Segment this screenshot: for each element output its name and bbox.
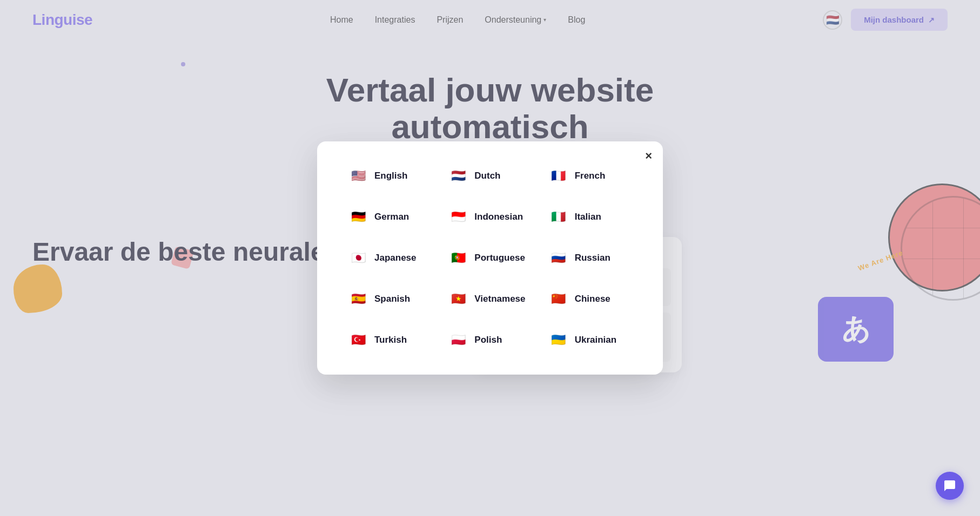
flag-vietnamese: 🇻🇳: [448, 289, 468, 309]
modal-close-button[interactable]: ×: [645, 150, 652, 162]
lang-item-japanese[interactable]: 🇯🇵 Japanese: [344, 245, 435, 271]
lang-item-ukrainian[interactable]: 🇺🇦 Ukrainian: [545, 327, 636, 353]
flag-french: 🇫🇷: [549, 166, 568, 186]
lang-name-german: German: [374, 212, 409, 222]
lang-item-french[interactable]: 🇫🇷 French: [545, 163, 636, 189]
flag-english: 🇺🇸: [348, 166, 368, 186]
lang-item-dutch[interactable]: 🇳🇱 Dutch: [444, 163, 535, 189]
flag-japanese: 🇯🇵: [348, 248, 368, 268]
lang-item-turkish[interactable]: 🇹🇷 Turkish: [344, 327, 435, 353]
lang-name-vietnamese: Vietnamese: [474, 294, 525, 304]
flag-spanish: 🇪🇸: [348, 289, 368, 309]
lang-item-english[interactable]: 🇺🇸 English: [344, 163, 435, 189]
lang-item-spanish[interactable]: 🇪🇸 Spanish: [344, 286, 435, 312]
chat-icon: [943, 479, 956, 492]
lang-name-ukrainian: Ukrainian: [575, 335, 616, 345]
language-grid: 🇺🇸 English 🇳🇱 Dutch 🇫🇷 French 🇩🇪 German …: [344, 163, 636, 353]
lang-item-chinese[interactable]: 🇨🇳 Chinese: [545, 286, 636, 312]
lang-name-polish: Polish: [474, 335, 502, 345]
lang-name-spanish: Spanish: [374, 294, 410, 304]
lang-name-italian: Italian: [575, 212, 601, 222]
lang-name-japanese: Japanese: [374, 253, 417, 263]
lang-name-russian: Russian: [575, 253, 610, 263]
flag-german: 🇩🇪: [348, 207, 368, 227]
language-modal: × 🇺🇸 English 🇳🇱 Dutch 🇫🇷 French 🇩🇪 Germa…: [317, 141, 663, 375]
lang-item-german[interactable]: 🇩🇪 German: [344, 204, 435, 230]
lang-name-english: English: [374, 171, 407, 181]
flag-dutch: 🇳🇱: [448, 166, 468, 186]
chat-bubble[interactable]: [936, 472, 964, 500]
flag-russian: 🇷🇺: [549, 248, 568, 268]
modal-overlay[interactable]: × 🇺🇸 English 🇳🇱 Dutch 🇫🇷 French 🇩🇪 Germa…: [0, 0, 980, 516]
lang-item-russian[interactable]: 🇷🇺 Russian: [545, 245, 636, 271]
lang-name-portuguese: Portuguese: [474, 253, 525, 263]
flag-chinese: 🇨🇳: [549, 289, 568, 309]
lang-item-polish[interactable]: 🇵🇱 Polish: [444, 327, 535, 353]
flag-polish: 🇵🇱: [448, 330, 468, 350]
lang-name-french: French: [575, 171, 606, 181]
flag-turkish: 🇹🇷: [348, 330, 368, 350]
flag-ukrainian: 🇺🇦: [549, 330, 568, 350]
lang-name-turkish: Turkish: [374, 335, 407, 345]
lang-name-chinese: Chinese: [575, 294, 610, 304]
lang-item-vietnamese[interactable]: 🇻🇳 Vietnamese: [444, 286, 535, 312]
lang-item-portuguese[interactable]: 🇵🇹 Portuguese: [444, 245, 535, 271]
flag-italian: 🇮🇹: [549, 207, 568, 227]
lang-name-indonesian: Indonesian: [474, 212, 523, 222]
lang-item-indonesian[interactable]: 🇮🇩 Indonesian: [444, 204, 535, 230]
lang-name-dutch: Dutch: [474, 171, 500, 181]
flag-portuguese: 🇵🇹: [448, 248, 468, 268]
flag-indonesian: 🇮🇩: [448, 207, 468, 227]
lang-item-italian[interactable]: 🇮🇹 Italian: [545, 204, 636, 230]
